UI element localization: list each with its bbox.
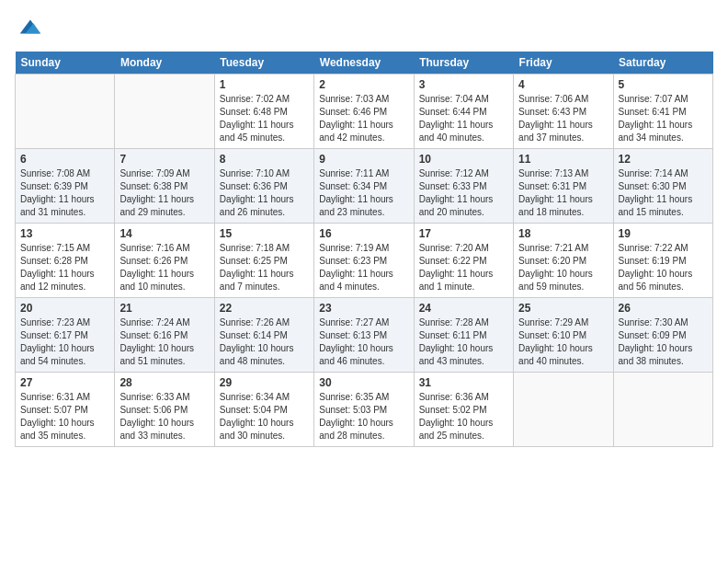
calendar-cell: 15Sunrise: 7:18 AMSunset: 6:25 PMDayligh… <box>214 224 313 298</box>
calendar-cell: 1Sunrise: 7:02 AMSunset: 6:48 PMDaylight… <box>214 75 313 149</box>
day-info: Sunrise: 7:04 AMSunset: 6:44 PMDaylight:… <box>419 93 508 144</box>
day-info: Sunrise: 7:09 AMSunset: 6:38 PMDaylight:… <box>119 167 209 219</box>
day-number: 30 <box>319 376 408 389</box>
logo <box>15 15 42 40</box>
calendar-header-sunday: Sunday <box>16 52 115 75</box>
day-info: Sunrise: 7:06 AMSunset: 6:43 PMDaylight:… <box>518 93 608 144</box>
day-info: Sunrise: 7:18 AMSunset: 6:25 PMDaylight:… <box>220 242 309 293</box>
day-info: Sunrise: 7:10 AMSunset: 6:36 PMDaylight:… <box>220 167 309 219</box>
day-info: Sunrise: 7:28 AMSunset: 6:11 PMDaylight:… <box>419 316 508 368</box>
calendar-cell: 7Sunrise: 7:09 AMSunset: 6:38 PMDaylight… <box>115 149 214 224</box>
calendar-cell: 26Sunrise: 7:30 AMSunset: 6:09 PMDayligh… <box>613 298 712 373</box>
day-number: 12 <box>619 153 708 166</box>
calendar-cell <box>16 75 115 149</box>
calendar-cell: 3Sunrise: 7:04 AMSunset: 6:44 PMDaylight… <box>414 75 513 149</box>
day-number: 6 <box>20 153 109 166</box>
day-info: Sunrise: 7:07 AMSunset: 6:41 PMDaylight:… <box>619 93 708 144</box>
calendar-cell: 31Sunrise: 6:36 AMSunset: 5:02 PMDayligh… <box>414 373 513 447</box>
calendar-cell: 21Sunrise: 7:24 AMSunset: 6:16 PMDayligh… <box>115 298 214 373</box>
calendar-cell: 29Sunrise: 6:34 AMSunset: 5:04 PMDayligh… <box>214 373 313 447</box>
day-number: 2 <box>319 78 408 91</box>
day-info: Sunrise: 7:15 AMSunset: 6:28 PMDaylight:… <box>20 242 109 293</box>
day-number: 22 <box>220 302 309 315</box>
calendar-header-tuesday: Tuesday <box>214 52 313 75</box>
calendar-cell: 20Sunrise: 7:23 AMSunset: 6:17 PMDayligh… <box>16 298 115 373</box>
calendar-cell <box>613 373 712 447</box>
calendar-cell: 25Sunrise: 7:29 AMSunset: 6:10 PMDayligh… <box>514 298 613 373</box>
day-number: 11 <box>518 153 608 166</box>
day-number: 15 <box>220 227 309 240</box>
day-number: 23 <box>319 302 408 315</box>
day-info: Sunrise: 7:27 AMSunset: 6:13 PMDaylight:… <box>319 316 408 368</box>
calendar-header-friday: Friday <box>514 52 613 75</box>
day-number: 21 <box>119 302 209 315</box>
day-info: Sunrise: 7:03 AMSunset: 6:46 PMDaylight:… <box>319 93 408 144</box>
calendar-week-row: 1Sunrise: 7:02 AMSunset: 6:48 PMDaylight… <box>16 75 713 149</box>
calendar-week-row: 20Sunrise: 7:23 AMSunset: 6:17 PMDayligh… <box>16 298 713 373</box>
day-info: Sunrise: 6:34 AMSunset: 5:04 PMDaylight:… <box>220 391 309 442</box>
calendar-cell: 30Sunrise: 6:35 AMSunset: 5:03 PMDayligh… <box>314 373 414 447</box>
day-number: 10 <box>419 153 508 166</box>
day-number: 31 <box>419 376 508 389</box>
day-info: Sunrise: 6:33 AMSunset: 5:06 PMDaylight:… <box>119 391 209 442</box>
calendar-cell: 11Sunrise: 7:13 AMSunset: 6:31 PMDayligh… <box>514 149 613 224</box>
day-number: 5 <box>619 78 708 91</box>
day-number: 25 <box>518 302 608 315</box>
calendar-cell: 23Sunrise: 7:27 AMSunset: 6:13 PMDayligh… <box>314 298 414 373</box>
calendar-cell: 6Sunrise: 7:08 AMSunset: 6:39 PMDaylight… <box>16 149 115 224</box>
day-number: 29 <box>220 376 309 389</box>
calendar-cell: 22Sunrise: 7:26 AMSunset: 6:14 PMDayligh… <box>214 298 313 373</box>
day-number: 26 <box>619 302 708 315</box>
calendar-header-thursday: Thursday <box>414 52 513 75</box>
day-number: 27 <box>20 376 109 389</box>
page-header <box>15 15 713 40</box>
day-number: 1 <box>220 78 309 91</box>
day-info: Sunrise: 7:23 AMSunset: 6:17 PMDaylight:… <box>20 316 109 368</box>
calendar-cell: 17Sunrise: 7:20 AMSunset: 6:22 PMDayligh… <box>414 224 513 298</box>
calendar-cell: 4Sunrise: 7:06 AMSunset: 6:43 PMDaylight… <box>514 75 613 149</box>
day-info: Sunrise: 7:19 AMSunset: 6:23 PMDaylight:… <box>319 242 408 293</box>
calendar-table: SundayMondayTuesdayWednesdayThursdayFrid… <box>15 52 713 447</box>
calendar-cell: 19Sunrise: 7:22 AMSunset: 6:19 PMDayligh… <box>613 224 712 298</box>
calendar-cell: 2Sunrise: 7:03 AMSunset: 6:46 PMDaylight… <box>314 75 414 149</box>
calendar-cell: 10Sunrise: 7:12 AMSunset: 6:33 PMDayligh… <box>414 149 513 224</box>
day-info: Sunrise: 7:14 AMSunset: 6:30 PMDaylight:… <box>619 167 708 219</box>
day-number: 28 <box>119 376 209 389</box>
calendar-cell: 5Sunrise: 7:07 AMSunset: 6:41 PMDaylight… <box>613 75 712 149</box>
day-info: Sunrise: 7:13 AMSunset: 6:31 PMDaylight:… <box>518 167 608 219</box>
day-number: 8 <box>220 153 309 166</box>
calendar-cell: 14Sunrise: 7:16 AMSunset: 6:26 PMDayligh… <box>115 224 214 298</box>
day-number: 7 <box>119 153 209 166</box>
calendar-cell <box>514 373 613 447</box>
day-info: Sunrise: 7:21 AMSunset: 6:20 PMDaylight:… <box>518 242 608 293</box>
calendar-header-row: SundayMondayTuesdayWednesdayThursdayFrid… <box>16 52 713 75</box>
calendar-week-row: 27Sunrise: 6:31 AMSunset: 5:07 PMDayligh… <box>16 373 713 447</box>
day-number: 18 <box>518 227 608 240</box>
day-number: 3 <box>419 78 508 91</box>
day-info: Sunrise: 7:12 AMSunset: 6:33 PMDaylight:… <box>419 167 508 219</box>
day-info: Sunrise: 7:26 AMSunset: 6:14 PMDaylight:… <box>220 316 309 368</box>
day-number: 14 <box>119 227 209 240</box>
day-number: 19 <box>619 227 708 240</box>
day-info: Sunrise: 7:16 AMSunset: 6:26 PMDaylight:… <box>119 242 209 293</box>
day-info: Sunrise: 6:35 AMSunset: 5:03 PMDaylight:… <box>319 391 408 442</box>
logo-icon <box>17 15 42 40</box>
day-info: Sunrise: 6:31 AMSunset: 5:07 PMDaylight:… <box>20 391 109 442</box>
day-info: Sunrise: 7:08 AMSunset: 6:39 PMDaylight:… <box>20 167 109 219</box>
calendar-cell <box>115 75 214 149</box>
day-number: 16 <box>319 227 408 240</box>
calendar-cell: 8Sunrise: 7:10 AMSunset: 6:36 PMDaylight… <box>214 149 313 224</box>
calendar-cell: 27Sunrise: 6:31 AMSunset: 5:07 PMDayligh… <box>16 373 115 447</box>
calendar-cell: 12Sunrise: 7:14 AMSunset: 6:30 PMDayligh… <box>613 149 712 224</box>
day-info: Sunrise: 7:29 AMSunset: 6:10 PMDaylight:… <box>518 316 608 368</box>
day-info: Sunrise: 7:11 AMSunset: 6:34 PMDaylight:… <box>319 167 408 219</box>
calendar-cell: 13Sunrise: 7:15 AMSunset: 6:28 PMDayligh… <box>16 224 115 298</box>
calendar-cell: 28Sunrise: 6:33 AMSunset: 5:06 PMDayligh… <box>115 373 214 447</box>
day-info: Sunrise: 7:22 AMSunset: 6:19 PMDaylight:… <box>619 242 708 293</box>
day-number: 20 <box>20 302 109 315</box>
day-number: 4 <box>518 78 608 91</box>
day-info: Sunrise: 7:20 AMSunset: 6:22 PMDaylight:… <box>419 242 508 293</box>
day-info: Sunrise: 7:30 AMSunset: 6:09 PMDaylight:… <box>619 316 708 368</box>
calendar-cell: 16Sunrise: 7:19 AMSunset: 6:23 PMDayligh… <box>314 224 414 298</box>
calendar-header-wednesday: Wednesday <box>314 52 414 75</box>
